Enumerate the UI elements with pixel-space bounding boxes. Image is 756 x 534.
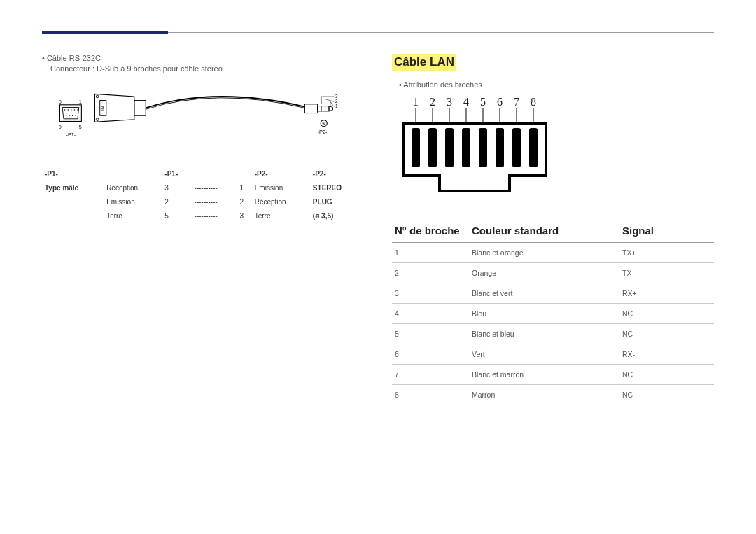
svg-text:2: 2 bbox=[430, 96, 435, 108]
svg-point-9 bbox=[72, 115, 73, 116]
svg-rect-63 bbox=[529, 128, 538, 167]
lan-title: Câble LAN bbox=[392, 54, 456, 71]
svg-line-34 bbox=[326, 99, 335, 102]
svg-text:4: 4 bbox=[463, 96, 469, 108]
lan-th-pin: N° de broche bbox=[392, 219, 469, 243]
svg-rect-60 bbox=[479, 128, 487, 167]
svg-text:5: 5 bbox=[79, 124, 82, 130]
svg-text:1: 1 bbox=[79, 99, 82, 105]
svg-text:3: 3 bbox=[335, 94, 338, 99]
rs232-pin-table: -P1- -P1- -P2- -P2- Type mâle Réception … bbox=[42, 167, 364, 223]
svg-point-8 bbox=[69, 115, 69, 116]
svg-text:6: 6 bbox=[59, 99, 62, 105]
svg-text:6: 6 bbox=[497, 96, 503, 108]
svg-point-3 bbox=[68, 109, 69, 110]
row-label: Type mâle bbox=[42, 181, 104, 195]
svg-text:1: 1 bbox=[335, 104, 338, 108]
svg-text:2: 2 bbox=[335, 99, 338, 104]
svg-text:8: 8 bbox=[531, 96, 536, 108]
t1-h4: -P2- bbox=[310, 167, 364, 181]
rs232-subtext: Connecteur : D-Sub à 9 broches pour câbl… bbox=[50, 64, 364, 73]
svg-text:-P2-: -P2- bbox=[318, 129, 328, 135]
svg-point-38 bbox=[323, 123, 324, 124]
rs232-bullet: Câble RS-232C bbox=[42, 54, 364, 62]
lan-th-color: Couleur standard bbox=[469, 219, 620, 243]
svg-text:7: 7 bbox=[514, 96, 519, 108]
svg-rect-56 bbox=[412, 128, 420, 167]
svg-rect-23 bbox=[318, 106, 329, 111]
lan-th-signal: Signal bbox=[620, 219, 714, 243]
svg-text:5: 5 bbox=[480, 96, 486, 108]
svg-text:1: 1 bbox=[413, 96, 419, 108]
svg-point-21 bbox=[96, 118, 99, 121]
svg-point-10 bbox=[75, 115, 76, 116]
svg-point-2 bbox=[64, 109, 65, 110]
svg-text:IN: IN bbox=[100, 106, 105, 111]
header-bar bbox=[42, 28, 714, 36]
rj45-diagram: 1 2 3 4 5 6 7 8 bbox=[398, 93, 714, 198]
svg-point-5 bbox=[74, 109, 75, 110]
lan-bullet: Attribution des broches bbox=[399, 80, 714, 89]
svg-point-6 bbox=[77, 109, 78, 110]
header-rule bbox=[168, 32, 714, 33]
svg-rect-62 bbox=[512, 128, 521, 167]
svg-point-4 bbox=[71, 109, 71, 110]
svg-rect-22 bbox=[304, 104, 317, 113]
t1-h3: -P2- bbox=[252, 167, 310, 181]
header-accent bbox=[42, 31, 168, 34]
svg-text:-P1-: -P1- bbox=[66, 132, 76, 138]
rs232-diagram: 6 1 9 5 -P1- IN bbox=[42, 83, 364, 153]
t1-h1: -P1- bbox=[42, 167, 104, 181]
svg-rect-19 bbox=[134, 100, 146, 115]
svg-rect-57 bbox=[428, 128, 437, 167]
left-column: Câble RS-232C Connecteur : D-Sub à 9 bro… bbox=[42, 54, 364, 405]
svg-rect-58 bbox=[445, 128, 454, 167]
svg-rect-61 bbox=[496, 128, 504, 167]
svg-marker-26 bbox=[329, 106, 332, 111]
svg-point-20 bbox=[96, 95, 99, 98]
svg-point-7 bbox=[66, 115, 66, 116]
svg-marker-1 bbox=[62, 107, 79, 118]
t1-h2: -P1- bbox=[162, 167, 191, 181]
svg-text:9: 9 bbox=[59, 124, 62, 130]
svg-text:3: 3 bbox=[447, 96, 452, 108]
svg-line-35 bbox=[330, 101, 334, 106]
svg-rect-59 bbox=[462, 128, 470, 167]
right-column: Câble LAN Attribution des broches 1 2 3 … bbox=[392, 54, 714, 405]
lan-pin-table: N° de broche Couleur standard Signal 1Bl… bbox=[392, 219, 714, 405]
